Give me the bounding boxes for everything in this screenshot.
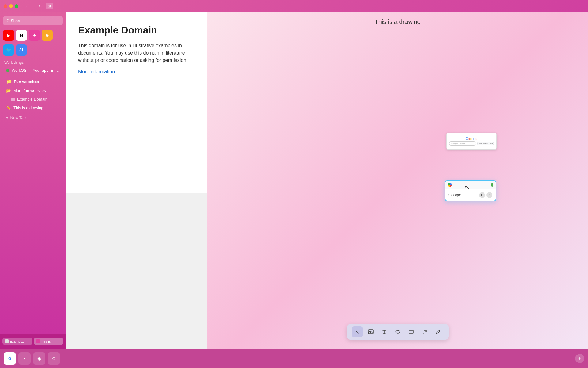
drawing-panel: This is a drawing Google Google Search I… (207, 12, 588, 349)
bookmarks-row-2: 🐦 31 (0, 43, 66, 57)
workos-label: WorkOS — Your app, En... (12, 68, 59, 73)
sidebar-toggle-button[interactable]: ⊞ (46, 3, 53, 9)
new-tab-plus-icon: + (6, 115, 9, 120)
tab-example-domain[interactable]: Exampl... (2, 338, 32, 345)
bookmark-twitter[interactable]: 🐦 (3, 44, 14, 56)
forward-button[interactable]: › (31, 3, 35, 9)
web-blank-area (66, 193, 207, 349)
tool-ellipse-button[interactable] (392, 326, 403, 337)
svg-point-2 (396, 330, 400, 333)
bookmarks-row-1: ▶ N ✦ ⊕ (0, 28, 66, 43)
sidebar-item-workos[interactable]: WorkOS — Your app, En... (2, 66, 64, 75)
page-heading: Example Domain (78, 25, 195, 36)
embed-card-title: Google (448, 193, 478, 197)
this-is-a-drawing-label: This is a drawing (13, 105, 43, 110)
tool-image-button[interactable] (365, 326, 376, 337)
embed-play-button[interactable]: ▶ (479, 192, 485, 198)
embed-progress-bar (491, 183, 493, 187)
taskbar-add-button[interactable]: + (575, 354, 584, 363)
minimize-button[interactable] (9, 4, 13, 8)
content-area: Example Domain This domain is for use in… (66, 12, 588, 349)
sidebar-item-example-domain[interactable]: Example Domain (2, 95, 64, 103)
web-panel: Example Domain This domain is for use in… (66, 12, 207, 349)
share-icon: ⤴ (7, 18, 9, 23)
drawing-canvas[interactable]: Google Google Search I'm Feeling Lucky (207, 32, 588, 349)
bookmark-calendar[interactable]: 31 (16, 44, 27, 56)
tool-text-button[interactable] (379, 326, 390, 337)
fullscreen-button[interactable] (15, 4, 18, 8)
taskbar-dot3-icon: ⊙ (52, 356, 56, 361)
page-body: This domain is for use in illustrative e… (78, 42, 195, 64)
close-button[interactable] (4, 4, 7, 8)
sidebar: ⤴ Share ▶ N ✦ ⊕ 🐦 31 Work things WorkOS … (0, 12, 66, 349)
taskbar-dot2[interactable]: ◉ (33, 352, 45, 365)
fun-websites-label: Fun websites (14, 79, 39, 84)
taskbar-dot2-icon: ◉ (37, 356, 41, 361)
workos-status-dot (6, 69, 9, 72)
tool-select-button[interactable]: ↖ (352, 326, 363, 337)
nav-controls: ‹ › ↻ (24, 3, 43, 9)
sidebar-item-more-fun-websites[interactable]: 📂 More fun websites (2, 86, 64, 95)
google-lucky-btn-mini[interactable]: I'm Feeling Lucky (477, 142, 494, 145)
bookmark-figma[interactable]: ✦ (29, 30, 40, 41)
embed-card-footer: Google ▶ ↗ (445, 189, 496, 201)
embed-card-header (445, 181, 496, 189)
tab-this-is-drawing[interactable]: This is... (34, 338, 64, 345)
google-search-bar-mini: Google Search (449, 141, 476, 146)
taskbar-left: G • ◉ ⊙ (4, 352, 60, 365)
google-search-row: Google Search I'm Feeling Lucky (449, 141, 494, 146)
tool-pen-button[interactable] (433, 326, 444, 337)
svg-point-1 (369, 331, 370, 332)
sidebar-tab-bar: Exampl... This is... (0, 334, 66, 349)
traffic-lights (4, 4, 18, 8)
sidebar-item-fun-websites[interactable]: 📁 Fun websites (2, 77, 64, 86)
embed-card-small[interactable]: Google Google Search I'm Feeling Lucky (446, 133, 497, 150)
titlebar: ‹ › ↻ ⊞ (0, 0, 588, 12)
more-information-link[interactable]: More information... (78, 69, 119, 74)
google-search-placeholder: Google Search (451, 143, 466, 145)
new-tab-button[interactable]: + New Tab (2, 113, 64, 122)
new-tab-label: New Tab (10, 115, 26, 120)
tab-example-favicon (5, 339, 9, 343)
example-domain-label: Example Domain (17, 97, 47, 102)
main-layout: ⤴ Share ▶ N ✦ ⊕ 🐦 31 Work things WorkOS … (0, 12, 588, 349)
work-things-section-label: Work things (0, 57, 66, 66)
drawing-icon: ✏️ (6, 105, 11, 110)
svg-rect-3 (409, 330, 413, 333)
tab-example-label: Exampl... (10, 339, 24, 343)
tool-rectangle-button[interactable] (406, 326, 417, 337)
work-things-label: Work things (4, 60, 24, 65)
taskbar-dot3[interactable]: ⊙ (48, 352, 60, 365)
embed-card-large[interactable]: Google ▶ ↗ (445, 180, 496, 201)
sidebar-item-this-is-a-drawing[interactable]: ✏️ This is a drawing (2, 104, 64, 112)
web-content: Example Domain This domain is for use in… (66, 12, 207, 193)
example-domain-page-icon (11, 98, 15, 101)
share-label: Share (11, 18, 21, 23)
taskbar-dot1[interactable]: • (18, 352, 31, 365)
taskbar-dot1-icon: • (24, 356, 25, 361)
google-g-logo (448, 183, 452, 187)
fun-websites-folder-icon: 📁 (6, 79, 11, 84)
bookmark-notion[interactable]: N (16, 30, 27, 41)
bookmark-messenger[interactable]: ⊕ (42, 30, 53, 41)
drawing-toolbar: ↖ (347, 324, 449, 340)
reload-button[interactable]: ↻ (37, 3, 43, 9)
embed-open-button[interactable]: ↗ (486, 192, 492, 198)
more-fun-websites-folder-icon: 📂 (6, 88, 11, 93)
more-fun-websites-label: More fun websites (13, 88, 46, 93)
tab-drawing-favicon (36, 339, 40, 343)
tab-drawing-label: This is... (41, 339, 54, 343)
taskbar-add-icon: + (578, 355, 582, 362)
drawing-panel-title: This is a drawing (207, 12, 588, 32)
back-button[interactable]: ‹ (24, 3, 28, 9)
taskbar: G • ◉ ⊙ + (0, 349, 588, 368)
tool-arrow-button[interactable] (419, 326, 430, 337)
taskbar-google[interactable]: G (4, 352, 16, 365)
google-logo-small: Google (466, 137, 477, 140)
taskbar-google-label: G (8, 356, 11, 361)
share-button[interactable]: ⤴ Share (3, 16, 63, 25)
bookmark-youtube[interactable]: ▶ (3, 30, 14, 41)
